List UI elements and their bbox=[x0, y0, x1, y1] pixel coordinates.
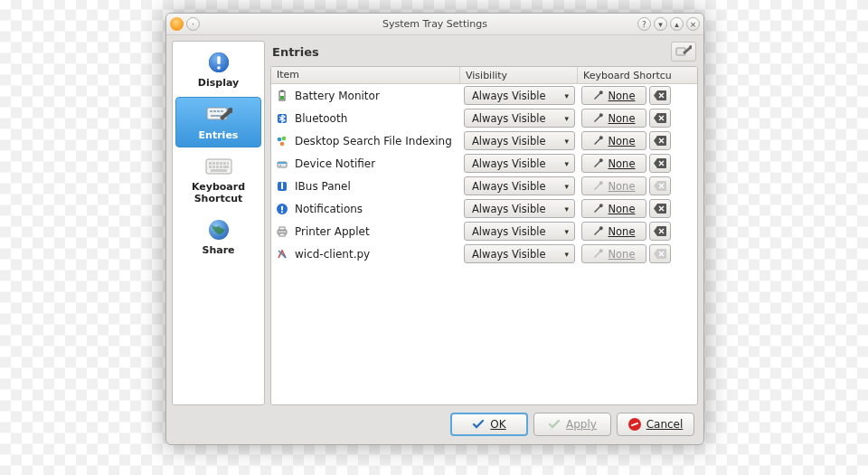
visibility-value: Always Visible bbox=[472, 112, 546, 125]
clear-shortcut-button[interactable] bbox=[649, 199, 671, 218]
clear-shortcut-button[interactable] bbox=[649, 131, 671, 150]
visibility-combo[interactable]: Always Visible▾ bbox=[464, 244, 575, 263]
item-cell: Battery Monitor bbox=[275, 89, 464, 103]
shortcut-button[interactable]: None bbox=[581, 199, 646, 218]
globe-icon bbox=[207, 218, 231, 242]
sidebar-item-display[interactable]: Display bbox=[175, 45, 261, 95]
checkmark-icon bbox=[548, 418, 561, 431]
visibility-combo[interactable]: Always Visible▾ bbox=[464, 154, 575, 173]
backspace-icon bbox=[654, 158, 666, 168]
svg-rect-43 bbox=[279, 233, 285, 236]
item-cell: Device Notifier bbox=[275, 157, 464, 171]
dialog-buttons: OK Apply Cancel bbox=[172, 410, 698, 439]
backspace-icon bbox=[654, 136, 666, 146]
notify-icon bbox=[275, 202, 289, 216]
dialog-window: · System Tray Settings ? ▾ ▴ × bbox=[165, 13, 704, 445]
search-icon bbox=[275, 134, 289, 148]
configure-button[interactable] bbox=[671, 42, 696, 62]
column-visibility[interactable]: Visibility bbox=[460, 67, 578, 83]
wrench-icon bbox=[592, 90, 603, 101]
titlebar: · System Tray Settings ? ▾ ▴ × bbox=[166, 14, 703, 35]
svg-rect-39 bbox=[281, 205, 283, 210]
wrench-icon bbox=[592, 181, 603, 192]
window-menu-icon[interactable]: · bbox=[186, 17, 200, 31]
visibility-combo[interactable]: Always Visible▾ bbox=[464, 131, 575, 150]
sidebar-item-share[interactable]: Share bbox=[175, 213, 261, 262]
shortcut-value: None bbox=[608, 180, 635, 193]
column-item[interactable]: Item bbox=[271, 67, 460, 83]
backspace-icon bbox=[654, 204, 666, 214]
svg-rect-6 bbox=[213, 110, 216, 112]
item-name: Desktop Search File Indexing bbox=[295, 135, 452, 147]
svg-rect-42 bbox=[279, 227, 285, 230]
svg-rect-5 bbox=[210, 110, 212, 112]
svg-rect-18 bbox=[212, 166, 215, 168]
svg-rect-26 bbox=[281, 90, 284, 91]
shortcut-value: None bbox=[608, 248, 635, 261]
table-row: Device NotifierAlways Visible▾None bbox=[271, 152, 697, 175]
wrench-icon bbox=[592, 158, 603, 169]
item-name: Device Notifier bbox=[295, 157, 375, 170]
backspace-icon bbox=[654, 181, 666, 191]
item-name: Notifications bbox=[295, 203, 363, 215]
clear-shortcut-button[interactable] bbox=[649, 109, 671, 128]
svg-rect-33 bbox=[278, 162, 287, 164]
clear-shortcut-button[interactable] bbox=[649, 86, 671, 105]
maximize-icon[interactable]: ▴ bbox=[670, 17, 684, 31]
minimize-icon[interactable]: ▾ bbox=[654, 17, 667, 31]
shortcut-button[interactable]: None bbox=[581, 86, 646, 105]
clear-shortcut-button[interactable] bbox=[649, 154, 671, 173]
item-cell: Desktop Search File Indexing bbox=[275, 134, 464, 148]
svg-rect-19 bbox=[216, 166, 219, 168]
chevron-down-icon: ▾ bbox=[564, 91, 569, 100]
svg-point-34 bbox=[279, 165, 281, 166]
svg-point-29 bbox=[278, 137, 282, 141]
wrench-icon bbox=[592, 113, 603, 124]
table-row: Battery MonitorAlways Visible▾None bbox=[271, 84, 697, 107]
cancel-button[interactable]: Cancel bbox=[617, 413, 694, 436]
clear-shortcut-button[interactable] bbox=[649, 222, 671, 241]
visibility-value: Always Visible bbox=[472, 180, 546, 193]
shortcut-button: None bbox=[581, 244, 646, 263]
column-shortcut[interactable]: Keyboard Shortcu bbox=[578, 67, 697, 83]
visibility-combo[interactable]: Always Visible▾ bbox=[464, 109, 575, 128]
visibility-combo[interactable]: Always Visible▾ bbox=[464, 176, 575, 195]
ok-button[interactable]: OK bbox=[450, 413, 528, 436]
shortcut-button[interactable]: None bbox=[581, 109, 646, 128]
svg-rect-13 bbox=[216, 162, 219, 165]
visibility-combo[interactable]: Always Visible▾ bbox=[464, 86, 575, 105]
shortcut-button[interactable]: None bbox=[581, 222, 646, 241]
shortcut-button[interactable]: None bbox=[581, 131, 646, 150]
svg-point-37 bbox=[281, 182, 283, 184]
svg-point-30 bbox=[282, 136, 287, 140]
chevron-down-icon: ▾ bbox=[564, 204, 569, 214]
bluetooth-icon bbox=[275, 111, 289, 126]
svg-rect-14 bbox=[220, 162, 222, 165]
item-cell: wicd-client.py bbox=[275, 247, 464, 261]
shortcut-value: None bbox=[608, 90, 635, 102]
device-icon bbox=[275, 157, 289, 171]
close-icon[interactable]: × bbox=[686, 17, 700, 31]
table-row: IBus PanelAlways Visible▾None bbox=[271, 175, 697, 197]
svg-rect-15 bbox=[223, 162, 226, 165]
item-name: Printer Applet bbox=[295, 225, 370, 238]
svg-rect-11 bbox=[209, 162, 212, 165]
sidebar-item-entries[interactable]: Entries bbox=[175, 97, 261, 148]
wicd-icon bbox=[275, 247, 289, 261]
item-cell: Bluetooth bbox=[275, 111, 464, 126]
visibility-combo[interactable]: Always Visible▾ bbox=[464, 222, 575, 241]
settings-sidebar: Display Entries bbox=[172, 41, 265, 405]
shortcut-button[interactable]: None bbox=[581, 154, 646, 173]
visibility-value: Always Visible bbox=[472, 248, 546, 261]
visibility-combo[interactable]: Always Visible▾ bbox=[464, 199, 575, 218]
chevron-down-icon: ▾ bbox=[564, 182, 569, 191]
apply-button[interactable]: Apply bbox=[533, 413, 611, 436]
table-row: Printer AppletAlways Visible▾None bbox=[271, 220, 697, 242]
chevron-down-icon: ▾ bbox=[564, 159, 569, 168]
shortcut-value: None bbox=[608, 225, 635, 238]
help-icon[interactable]: ? bbox=[637, 17, 651, 31]
keyboard-wrench-icon bbox=[205, 105, 232, 125]
table-header: Item Visibility Keyboard Shortcu bbox=[271, 67, 697, 84]
sidebar-item-keyboard-shortcut[interactable]: Keyboard Shortcut bbox=[175, 149, 261, 210]
table-row: BluetoothAlways Visible▾None bbox=[271, 107, 697, 129]
